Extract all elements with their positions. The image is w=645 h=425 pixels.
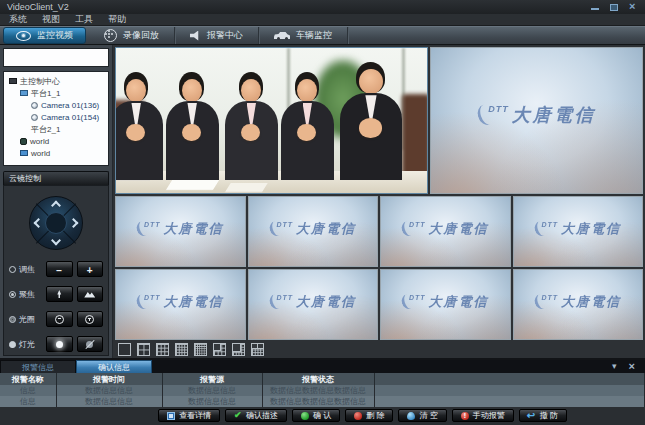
arrow-right-icon[interactable] [69, 218, 79, 228]
zoom-out-button[interactable] [46, 261, 73, 277]
alarm-button-clear[interactable]: 清 空 [398, 409, 446, 422]
alarm-cell: 数据信息信息 [162, 385, 262, 396]
alarm-tab-1[interactable]: 确认信息 [76, 360, 152, 373]
ptz-dpad[interactable] [29, 196, 83, 250]
device-tree: 主控制中心平台1_1Camera 01(136)Camera 01(154)平台… [3, 71, 109, 166]
tree-item-label: Camera 01(154) [41, 113, 99, 122]
video-cell-6[interactable]: DTT大唐電信 [513, 196, 644, 267]
video-cell-conference[interactable] [115, 47, 428, 194]
video-cell-5[interactable]: DTT大唐電信 [380, 196, 511, 267]
nav-tab-car[interactable]: 车辆监控 [259, 27, 348, 44]
tree-item-4[interactable]: 平台2_1 [6, 123, 106, 135]
video-cell-8[interactable]: DTT大唐電信 [248, 269, 379, 340]
layout-4-button[interactable] [137, 343, 150, 356]
video-row-1: DTT大唐電信DTT大唐電信DTT大唐電信DTT大唐電信 [115, 196, 643, 267]
video-top-row: DTT大唐電信 [115, 47, 643, 194]
focus-far-button[interactable] [77, 286, 104, 302]
close-panel-icon[interactable] [629, 362, 635, 372]
layout-9-button[interactable] [156, 343, 169, 356]
alarm-table-row[interactable]: 信息数据信息信息数据信息信息数据信息数据信息数据信息 [0, 396, 645, 407]
mountain-glyph [84, 291, 95, 298]
camera-icon [31, 114, 38, 121]
target-icon [9, 291, 16, 298]
collapse-panel-icon[interactable] [612, 362, 617, 371]
alarm-table-row[interactable]: 信息数据信息信息数据信息信息数据信息数据信息数据信息 [0, 385, 645, 396]
menu-item-tools[interactable]: 工具 [75, 14, 93, 25]
layout-1-button[interactable] [118, 343, 131, 356]
iris-close-button[interactable] [46, 311, 73, 327]
light-on-button[interactable] [46, 336, 73, 352]
video-cell-10[interactable]: DTT大唐電信 [513, 269, 644, 340]
bulb-off-glyph [86, 341, 93, 348]
tree-item-label: 平台1_1 [31, 88, 60, 99]
globe-icon [20, 138, 27, 145]
alarm-button-label: 查看详情 [179, 410, 211, 421]
layout-25-button[interactable] [194, 343, 207, 356]
alarm-button-check[interactable]: 确认描述 [225, 409, 287, 422]
menu-item-system[interactable]: 系统 [9, 14, 27, 25]
zoom-in-button[interactable] [77, 261, 104, 277]
alarm-column-header: 报警源 [162, 373, 262, 385]
video-cell-logo-large[interactable]: DTT大唐電信 [430, 47, 643, 194]
alarm-cell [374, 396, 645, 407]
layout-16-button[interactable] [175, 343, 188, 356]
confirm-icon [301, 412, 309, 420]
logo-name: 大唐電信 [561, 220, 621, 238]
focus-near-button[interactable] [46, 286, 73, 302]
layout-10-button[interactable] [251, 343, 264, 356]
device-combo [3, 48, 109, 67]
iris-open-button[interactable] [77, 311, 104, 327]
menu-item-help[interactable]: 帮助 [108, 14, 126, 25]
minimize-icon[interactable] [590, 3, 600, 12]
alarm-cell: 数据信息信息 [56, 396, 162, 407]
alarm-button-delete[interactable]: 删 除 [345, 409, 393, 422]
arrow-down-icon[interactable] [51, 236, 61, 246]
nav-tab-reel[interactable]: 录像回放 [89, 27, 175, 44]
arrow-up-icon[interactable] [51, 201, 61, 211]
tree-item-3[interactable]: Camera 01(154) [6, 111, 106, 123]
alarm-cell [374, 385, 645, 396]
tree-item-0[interactable]: 主控制中心 [6, 75, 106, 87]
datang-logo-watermark: DTT大唐電信 [534, 293, 621, 311]
tree-item-5[interactable]: world [6, 135, 106, 147]
layout-6-button[interactable] [213, 343, 226, 356]
datang-logo-watermark: DTT大唐電信 [477, 103, 596, 127]
dpad-center[interactable] [45, 212, 67, 234]
alarm-button-disarm[interactable]: 撤 防 [519, 409, 567, 422]
bulb-on-glyph [56, 341, 63, 348]
video-cell-9[interactable]: DTT大唐電信 [380, 269, 511, 340]
manual-icon [461, 412, 469, 420]
video-cell-4[interactable]: DTT大唐電信 [248, 196, 379, 267]
device-combo-input[interactable] [4, 49, 120, 66]
paper [166, 180, 219, 190]
arrow-left-icon[interactable] [34, 218, 44, 228]
layout-8-button[interactable] [232, 343, 245, 356]
ptz-panel: 调焦聚焦光圈灯光 [3, 185, 109, 356]
chair [402, 94, 428, 178]
nav-tab-speaker[interactable]: 报警中心 [175, 27, 259, 44]
tree-item-1[interactable]: 平台1_1 [6, 87, 106, 99]
conference-video-frame [116, 48, 427, 193]
maximize-icon[interactable] [609, 3, 619, 12]
layout-selector-bar [115, 342, 643, 356]
tree-item-6[interactable]: world [6, 147, 106, 159]
alarm-column-header: 报警时间 [56, 373, 162, 385]
logo-name: 大唐電信 [512, 103, 596, 127]
alarm-button-manual[interactable]: 手动报警 [452, 409, 514, 422]
video-cell-3[interactable]: DTT大唐電信 [115, 196, 246, 267]
check-icon [234, 412, 242, 420]
menu-item-view[interactable]: 视图 [42, 14, 60, 25]
datang-logo-watermark: DTT大唐電信 [269, 220, 356, 238]
ptz-row-2: 光圈 [4, 311, 108, 327]
alarm-tab-0[interactable]: 报警信息 [0, 360, 76, 373]
alarm-button-label: 清 空 [419, 410, 437, 421]
logo-name: 大唐電信 [561, 293, 621, 311]
close-icon[interactable] [628, 3, 638, 12]
video-cell-7[interactable]: DTT大唐電信 [115, 269, 246, 340]
alarm-button-detail[interactable]: 查看详情 [158, 409, 220, 422]
datang-logo-watermark: DTT大唐電信 [402, 220, 489, 238]
alarm-button-confirm[interactable]: 确 认 [292, 409, 340, 422]
light-off-button[interactable] [77, 336, 104, 352]
nav-tab-eye[interactable]: 监控视频 [3, 27, 86, 44]
tree-item-2[interactable]: Camera 01(136) [6, 99, 106, 111]
